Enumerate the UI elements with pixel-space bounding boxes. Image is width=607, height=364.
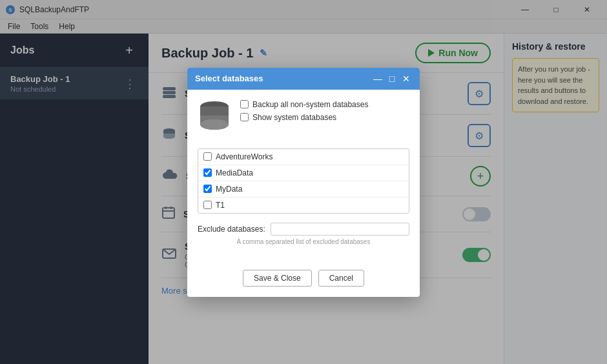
list-item-mediadata[interactable]: MediaData <box>198 165 409 181</box>
backup-all-checkbox[interactable] <box>240 100 249 108</box>
exclude-input[interactable] <box>271 223 409 236</box>
show-system-checkbox[interactable] <box>240 113 249 121</box>
checkbox-t1[interactable] <box>203 201 212 209</box>
modal-body: Backup all non-system databases Show sys… <box>187 90 420 263</box>
database-list: AdventureWorks MediaData MyData T1 <box>198 148 409 214</box>
modal-close-button[interactable]: ✕ <box>400 73 412 85</box>
exclude-row: Exclude databases: <box>198 223 409 236</box>
checkbox-mydata[interactable] <box>203 185 212 193</box>
db-name-t1: T1 <box>216 201 225 210</box>
backup-all-label: Backup all non-system databases <box>252 100 368 109</box>
modal-title: Select databases <box>195 74 263 83</box>
modal-top: Backup all non-system databases Show sys… <box>198 100 409 139</box>
backup-all-checkbox-label[interactable]: Backup all non-system databases <box>240 100 368 109</box>
modal-minimize-button[interactable]: — <box>372 73 384 85</box>
checkbox-adventureworks[interactable] <box>203 152 212 161</box>
exclude-label: Exclude databases: <box>198 225 265 234</box>
modal-controls: — □ ✕ <box>372 73 412 85</box>
modal-maximize-button[interactable]: □ <box>386 73 398 85</box>
db-name-mydata: MyData <box>216 185 242 194</box>
show-system-label: Show system databases <box>252 113 336 122</box>
exclude-hint: A comma separated list of excluded datab… <box>198 238 409 245</box>
checkbox-mediadata[interactable] <box>203 168 212 177</box>
cancel-button[interactable]: Cancel <box>318 270 364 287</box>
top-checkboxes: Backup all non-system databases Show sys… <box>240 100 368 122</box>
modal-footer: Save & Close Cancel <box>187 263 420 297</box>
database-icon <box>198 100 231 139</box>
modal-header: Select databases — □ ✕ <box>187 68 420 90</box>
db-name-mediadata: MediaData <box>216 168 253 177</box>
select-databases-modal: Select databases — □ ✕ <box>187 68 420 297</box>
svg-point-12 <box>200 119 229 130</box>
list-item-adventureworks[interactable]: AdventureWorks <box>198 149 409 165</box>
show-system-checkbox-label[interactable]: Show system databases <box>240 113 368 122</box>
list-item-t1[interactable]: T1 <box>198 197 409 213</box>
save-close-button[interactable]: Save & Close <box>243 270 312 287</box>
list-item-mydata[interactable]: MyData <box>198 181 409 197</box>
db-name-adventureworks: AdventureWorks <box>216 152 273 161</box>
modal-overlay[interactable]: Select databases — □ ✕ <box>0 0 607 364</box>
